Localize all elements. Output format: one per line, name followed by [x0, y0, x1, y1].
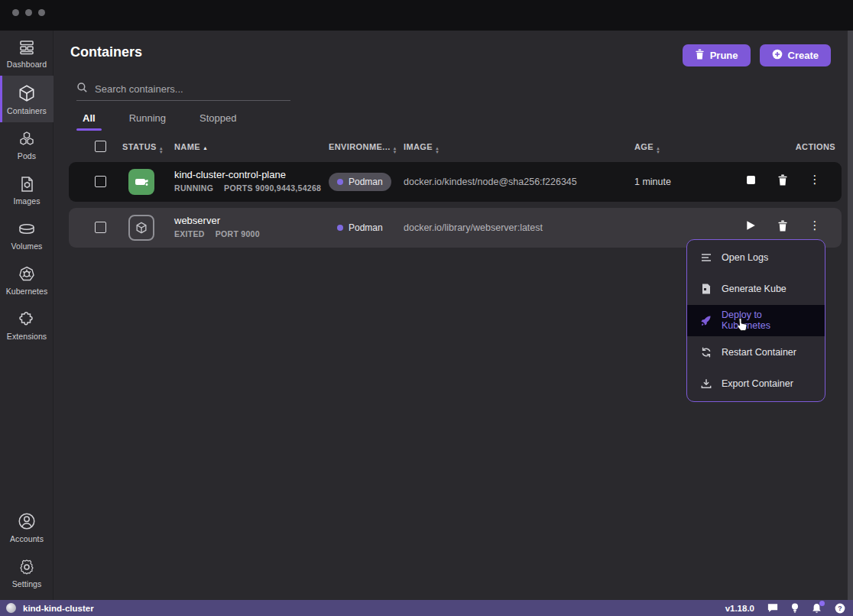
tab-all[interactable]: All [76, 109, 102, 131]
search-bar [76, 78, 290, 101]
svg-text:?: ? [838, 605, 842, 612]
sort-asc-icon: ▲ [203, 145, 208, 151]
sidebar-item-accounts[interactable]: Accounts [0, 504, 54, 550]
table-row[interactable]: kind-cluster-control-plane RUNNING PORTS… [69, 162, 842, 202]
start-container-button[interactable] [744, 219, 757, 232]
column-age[interactable]: AGE▲▼ [634, 142, 654, 151]
container-context-menu: Open Logs Generate Kube Deploy to Kubern… [686, 239, 825, 402]
delete-container-button[interactable] [776, 173, 790, 186]
container-image: docker.io/library/webserver:latest [404, 222, 543, 233]
menu-item-restart-container[interactable]: Restart Container [687, 336, 825, 368]
sidebar-item-label: Accounts [10, 534, 44, 543]
delete-container-button[interactable] [776, 219, 790, 232]
titlebar [0, 0, 853, 31]
table-header: STATUS▲▼ NAME▲ ENVIRONME...▲▼ IMAGE▲▼ AG… [69, 138, 842, 159]
volumes-icon [17, 220, 37, 238]
container-name[interactable]: kind-cluster-control-plane [174, 169, 321, 180]
menu-item-deploy-to-kubernetes[interactable]: Deploy to Kubernetes [687, 305, 825, 336]
kebab-menu-button[interactable]: ⋮ [808, 219, 822, 232]
sidebar-item-label: Dashboard [7, 60, 47, 69]
menu-item-export-container[interactable]: Export Container [687, 368, 825, 400]
close-window-button[interactable] [12, 9, 19, 16]
column-name[interactable]: NAME▲ [174, 142, 208, 151]
page-title: Containers [70, 44, 142, 60]
container-state: RUNNING [174, 183, 213, 193]
podman-dot-icon [337, 225, 343, 231]
tab-stopped[interactable]: Stopped [193, 109, 242, 131]
sidebar-item-dashboard[interactable]: Dashboard [0, 31, 54, 76]
sidebar-item-label: Pods [18, 151, 36, 160]
container-name[interactable]: webserver [174, 215, 260, 226]
version-label: v1.18.0 [725, 604, 754, 613]
column-actions: ACTIONS [796, 142, 835, 151]
rocket-icon [700, 315, 712, 326]
column-image[interactable]: IMAGE▲▼ [404, 142, 433, 151]
menu-item-generate-kube[interactable]: Generate Kube [687, 273, 825, 304]
kube-context-indicator[interactable]: kind-kind-cluster [6, 603, 94, 613]
environment-badge: Podman [329, 173, 391, 191]
sidebar-item-pods[interactable]: Pods [0, 122, 54, 167]
sort-icon: ▲▼ [656, 147, 660, 154]
prune-button-label: Prune [710, 50, 738, 61]
kube-file-icon [700, 284, 712, 294]
kubernetes-icon [18, 265, 36, 284]
row-checkbox[interactable] [95, 222, 106, 233]
sidebar-item-label: Images [13, 196, 40, 206]
logs-icon [700, 253, 712, 262]
trash-icon [695, 49, 705, 62]
container-ports: PORT 9000 [216, 229, 260, 238]
search-icon [76, 82, 88, 96]
sidebar-item-label: Volumes [11, 242, 43, 251]
prune-button[interactable]: Prune [683, 44, 751, 66]
mouse-cursor [736, 317, 749, 335]
menu-item-label: Deploy to Kubernetes [722, 310, 812, 331]
containers-icon [17, 83, 37, 103]
sort-icon: ▲▼ [393, 147, 397, 154]
kebab-menu-button[interactable]: ⋮ [808, 173, 822, 186]
filter-tabs: All Running Stopped [76, 109, 243, 131]
sort-icon: ▲▼ [435, 147, 439, 154]
sidebar-item-settings[interactable]: Settings [0, 550, 54, 595]
select-all-checkbox[interactable] [95, 141, 106, 152]
menu-item-open-logs[interactable]: Open Logs [687, 242, 825, 273]
tab-running[interactable]: Running [123, 109, 172, 131]
images-icon [18, 175, 36, 193]
feedback-icon[interactable] [767, 603, 778, 613]
podman-dot-icon [337, 179, 343, 185]
help-icon[interactable]: ? [835, 603, 845, 614]
maximize-window-button[interactable] [38, 9, 45, 16]
minimize-window-button[interactable] [25, 9, 32, 16]
sort-icon: ▲▼ [159, 147, 164, 154]
menu-item-label: Open Logs [722, 252, 768, 263]
sidebar-item-kubernetes[interactable]: Kubernetes [0, 258, 54, 303]
container-running-status-icon [128, 169, 154, 195]
menu-item-label: Restart Container [722, 347, 796, 358]
export-download-icon [700, 378, 712, 389]
sidebar-item-label: Containers [7, 106, 47, 115]
row-checkbox[interactable] [95, 176, 106, 187]
sidebar-item-extensions[interactable]: Extensions [0, 303, 54, 348]
sidebar: Dashboard Containers Pods Images [0, 31, 54, 600]
screen-edge-strip [848, 31, 853, 600]
column-environment[interactable]: ENVIRONME...▲▼ [329, 142, 391, 151]
menu-item-label: Export Container [722, 378, 793, 389]
restart-icon [700, 347, 712, 358]
container-state: EXITED [174, 229, 205, 238]
sidebar-item-containers[interactable]: Containers [0, 76, 54, 122]
podman-desktop-window: Dashboard Containers Pods Images [0, 0, 853, 616]
create-button-label: Create [788, 50, 819, 61]
sidebar-item-label: Extensions [7, 332, 47, 341]
sidebar-item-volumes[interactable]: Volumes [0, 212, 54, 258]
container-ports: PORTS 9090,9443,54268 [224, 183, 321, 193]
environment-badge: Podman [329, 219, 391, 237]
accounts-icon [17, 511, 37, 531]
main-content: Containers Prune Create All [54, 31, 853, 600]
lightbulb-icon[interactable] [791, 603, 799, 614]
create-button[interactable]: Create [760, 44, 831, 66]
kind-cluster-icon [6, 603, 16, 613]
sidebar-item-images[interactable]: Images [0, 167, 54, 212]
search-input[interactable] [95, 83, 271, 95]
column-status[interactable]: STATUS▲▼ [122, 142, 157, 151]
stop-container-button[interactable] [744, 173, 757, 186]
notifications-bell-icon[interactable] [812, 603, 822, 614]
